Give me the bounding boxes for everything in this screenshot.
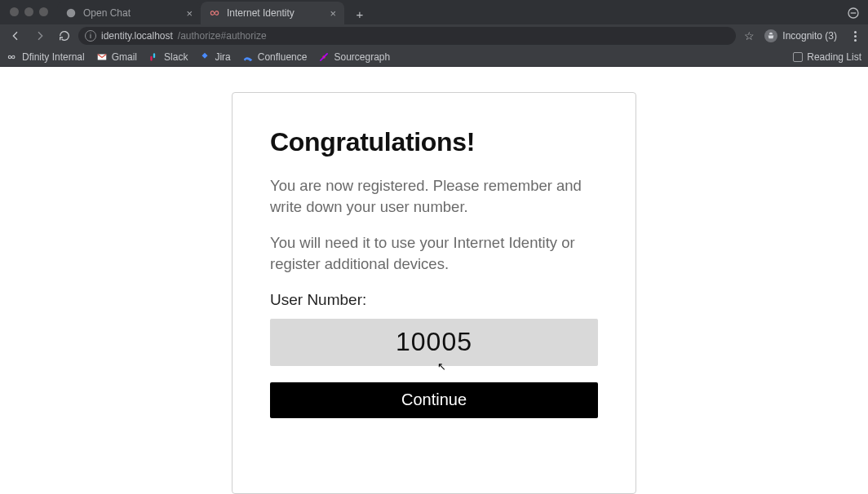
svg-rect-4 <box>153 53 155 58</box>
tab-strip: Open Chat × Internet Identity × + <box>0 0 868 24</box>
close-dot-icon[interactable] <box>10 7 19 16</box>
new-tab-button[interactable]: + <box>349 3 370 24</box>
jira-icon <box>199 51 210 63</box>
url-path: /authorize#authorize <box>178 30 267 42</box>
page-viewport: Congratulations! You are now registered.… <box>0 67 868 494</box>
bookmark-label: Jira <box>215 51 230 63</box>
browser-chrome: Open Chat × Internet Identity × + i iden… <box>0 0 868 67</box>
close-tab-icon[interactable]: × <box>186 7 193 20</box>
infinity-icon <box>7 51 18 63</box>
gmail-icon <box>96 51 108 63</box>
incognito-icon <box>764 29 777 42</box>
svg-rect-3 <box>150 55 152 60</box>
bookmark-label: Confluence <box>258 51 308 63</box>
bookmark-confluence[interactable]: Confluence <box>242 51 308 63</box>
card-title: Congratulations! <box>270 127 598 157</box>
bookmark-label: Sourcegraph <box>334 51 390 63</box>
zoom-dot-icon[interactable] <box>39 7 48 16</box>
user-number-label: User Number: <box>270 291 598 309</box>
url-host: identity.localhost <box>101 30 173 42</box>
open-chat-favicon-icon <box>65 7 77 19</box>
window-menu-icon[interactable] <box>845 5 861 21</box>
sourcegraph-icon <box>318 51 330 63</box>
address-bar[interactable]: i identity.localhost/authorize#authorize <box>78 27 736 45</box>
incognito-indicator[interactable]: Incognito (3) <box>758 29 844 42</box>
internet-identity-favicon-icon <box>209 7 220 19</box>
site-info-icon[interactable]: i <box>85 30 96 42</box>
svg-point-0 <box>67 9 76 18</box>
slack-icon <box>148 51 160 63</box>
bookmark-label: Slack <box>164 51 188 63</box>
bookmark-slack[interactable]: Slack <box>148 51 188 63</box>
macos-traffic-lights <box>10 7 48 16</box>
continue-button[interactable]: Continue <box>270 382 598 418</box>
close-tab-icon[interactable]: × <box>330 7 336 20</box>
confluence-icon <box>242 51 254 63</box>
tab-internet-identity[interactable]: Internet Identity × <box>201 2 344 24</box>
reading-list-button[interactable]: Reading List <box>793 51 861 63</box>
browser-more-menu[interactable] <box>847 31 863 42</box>
bookmark-dfinity-internal[interactable]: Dfinity Internal <box>7 51 85 63</box>
back-button[interactable] <box>5 27 26 45</box>
forward-button[interactable] <box>29 27 51 45</box>
bookmark-sourcegraph[interactable]: Sourcegraph <box>318 51 390 63</box>
reload-button[interactable] <box>54 27 75 45</box>
incognito-label: Incognito (3) <box>782 30 837 42</box>
tab-label: Open Chat <box>83 7 179 19</box>
bookmark-star-icon[interactable]: ☆ <box>744 29 755 42</box>
registration-card: Congratulations! You are now registered.… <box>232 92 636 494</box>
card-text-1: You are now registered. Please remember … <box>270 175 598 218</box>
reading-list-icon <box>793 52 803 62</box>
bookmark-label: Gmail <box>112 51 137 63</box>
browser-toolbar: i identity.localhost/authorize#authorize… <box>0 24 868 47</box>
user-number-value: 10005 <box>270 319 598 366</box>
tab-open-chat[interactable]: Open Chat × <box>57 2 201 24</box>
reading-list-label: Reading List <box>807 51 861 63</box>
bookmark-label: Dfinity Internal <box>22 51 85 63</box>
card-text-2: You will need it to use your Internet Id… <box>270 232 598 275</box>
minimize-dot-icon[interactable] <box>24 7 33 16</box>
cursor-icon: ↖ <box>437 360 446 373</box>
bookmark-jira[interactable]: Jira <box>199 51 230 63</box>
bookmarks-bar: Dfinity Internal Gmail Slack Jira Conflu… <box>0 47 868 67</box>
bookmark-gmail[interactable]: Gmail <box>96 51 137 63</box>
tab-label: Internet Identity <box>227 7 323 19</box>
